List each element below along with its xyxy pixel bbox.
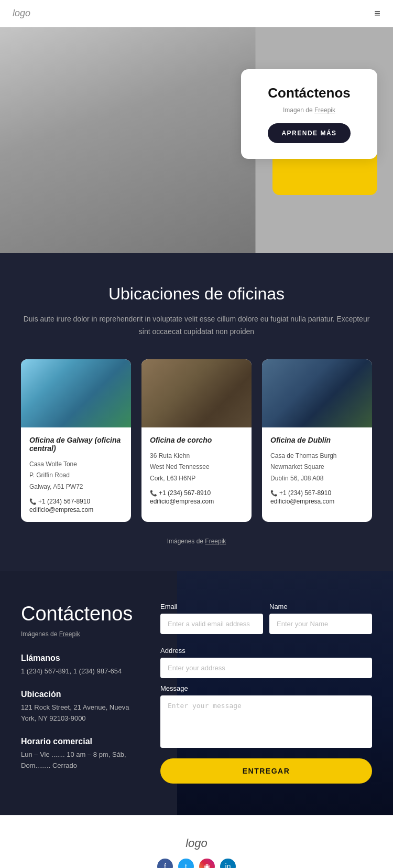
contact-hours-heading: Horario comercial xyxy=(21,737,139,746)
hero-title: Contáctenos xyxy=(256,85,363,101)
hero-section: Contáctenos Imagen de Freepik APRENDE MÁ… xyxy=(0,27,393,253)
office-phone-1: 📞+1 (234) 567-8910 xyxy=(29,498,123,505)
email-label: Email xyxy=(160,603,263,610)
office-card-3: Oficina de Dublín Casa de Thomas Burgh N… xyxy=(262,359,372,522)
contact-form: Email Name Address Message ENTREGAR xyxy=(160,603,372,784)
office-phone-2: 📞+1 (234) 567-8910 xyxy=(150,489,243,497)
name-input[interactable] xyxy=(269,614,372,634)
twitter-icon[interactable]: t xyxy=(178,859,194,868)
learn-more-button[interactable]: APRENDE MÁS xyxy=(268,123,350,143)
hamburger-menu-icon[interactable]: ≡ xyxy=(374,7,380,19)
form-group-email: Email xyxy=(160,603,263,634)
address-input[interactable] xyxy=(160,658,372,678)
hero-card: Contáctenos Imagen de Freepik APRENDE MÁ… xyxy=(241,69,377,159)
address-label: Address xyxy=(160,647,372,655)
contact-title: Contáctenos xyxy=(21,603,139,625)
hero-white-card: Contáctenos Imagen de Freepik APRENDE MÁ… xyxy=(241,69,377,159)
office-title-2: Oficina de corcho xyxy=(150,436,243,444)
contact-hours-block: Horario comercial Lun – Vie ....... 10 a… xyxy=(21,737,139,771)
contact-location-block: Ubicación 121 Rock Street, 21 Avenue, Nu… xyxy=(21,690,139,724)
facebook-icon[interactable]: f xyxy=(157,859,173,868)
instagram-icon[interactable]: ◉ xyxy=(199,859,215,868)
office-image-cork xyxy=(141,359,252,427)
hero-background-image xyxy=(0,27,256,253)
office-title-1: Oficina de Galway (oficina central) xyxy=(29,436,123,453)
offices-title: Ubicaciones de oficinas xyxy=(21,284,372,304)
contact-location-heading: Ubicación xyxy=(21,690,139,699)
office-card-1: Oficina de Galway (oficina central) Casa… xyxy=(21,359,131,522)
name-label: Name xyxy=(269,603,372,610)
linkedin-icon[interactable]: in xyxy=(220,859,236,868)
office-email-2: edificio@empresa.com xyxy=(150,498,243,505)
office-image-dublin xyxy=(262,359,372,427)
hero-freepik-link[interactable]: Freepik xyxy=(314,106,335,114)
logo: logo xyxy=(13,8,30,19)
office-contact-2: 📞+1 (234) 567-8910 edificio@empresa.com xyxy=(150,489,243,505)
office-contact-3: 📞+1 (234) 567-8910 edificio@empresa.com xyxy=(270,489,364,505)
office-image-galway xyxy=(21,359,131,427)
office-email-3: edificio@empresa.com xyxy=(270,498,364,505)
form-group-address: Address xyxy=(160,647,372,678)
form-group-name: Name xyxy=(269,603,372,634)
form-row-email-name: Email Name xyxy=(160,603,372,640)
offices-freepik-link[interactable]: Freepik xyxy=(205,538,226,545)
hero-image-credit: Imagen de Freepik xyxy=(256,106,363,114)
office-title-3: Oficina de Dublín xyxy=(270,436,364,444)
contact-hours-value: Lun – Vie ....... 10 am – 8 pm, Sáb, Dom… xyxy=(21,749,139,771)
message-textarea[interactable] xyxy=(160,695,372,748)
contact-location-value: 121 Rock Street, 21 Avenue, Nueva York, … xyxy=(21,702,139,724)
office-address-2: 36 Ruta Kiehn West Ned Tennessee Cork, L… xyxy=(150,451,243,485)
office-phone-3: 📞+1 (234) 567-8910 xyxy=(270,489,364,497)
office-address-3: Casa de Thomas Burgh Newmarket Square Du… xyxy=(270,451,364,485)
contact-call-block: Llámanos 1 (234) 567-891, 1 (234) 987-65… xyxy=(21,653,139,677)
offices-image-credit: Imágenes de Freepik xyxy=(21,538,372,555)
office-address-1: Casa Wolfe Tone P. Griffin Road Galway, … xyxy=(29,459,123,493)
footer: logo f t ◉ in Sample text. Click to sele… xyxy=(0,815,393,868)
message-label: Message xyxy=(160,684,372,692)
office-contact-1: 📞+1 (234) 567-8910 edificio@empresa.com xyxy=(29,498,123,513)
offices-section: Ubicaciones de oficinas Duis aute irure … xyxy=(0,253,393,571)
social-icons-row: f t ◉ in xyxy=(10,859,383,868)
footer-logo: logo xyxy=(10,837,383,850)
offices-grid: Oficina de Galway (oficina central) Casa… xyxy=(21,359,372,522)
contact-section: Contáctenos Imágenes de Freepik Llámanos… xyxy=(0,571,393,815)
offices-subtitle: Duis aute irure dolor in reprehenderit i… xyxy=(21,313,372,338)
contact-info: Contáctenos Imágenes de Freepik Llámanos… xyxy=(21,603,139,784)
contact-call-value: 1 (234) 567-891, 1 (234) 987-654 xyxy=(21,666,139,677)
office-card-2: Oficina de corcho 36 Ruta Kiehn West Ned… xyxy=(141,359,252,522)
form-group-message: Message xyxy=(160,684,372,748)
email-input[interactable] xyxy=(160,614,263,634)
contact-image-credit: Imágenes de Freepik xyxy=(21,630,139,638)
contact-freepik-link[interactable]: Freepik xyxy=(59,630,80,638)
contact-call-heading: Llámanos xyxy=(21,653,139,663)
navbar: logo ≡ xyxy=(0,0,393,27)
office-email-1: edificio@empresa.com xyxy=(29,506,123,513)
submit-button[interactable]: ENTREGAR xyxy=(160,758,372,784)
